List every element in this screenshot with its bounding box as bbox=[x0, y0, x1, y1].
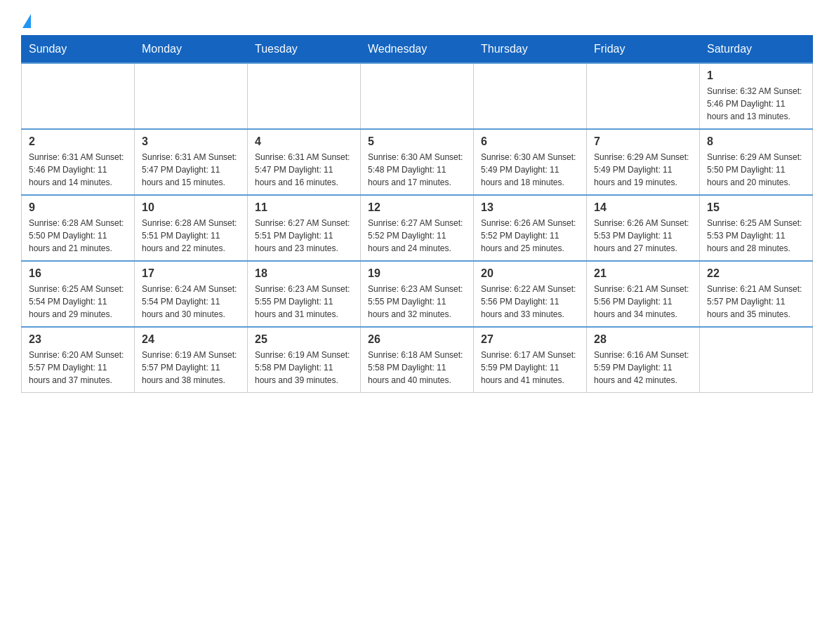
day-number: 12 bbox=[368, 201, 466, 214]
day-info: Sunrise: 6:25 AM Sunset: 5:53 PM Dayligh… bbox=[707, 217, 805, 255]
day-number: 8 bbox=[707, 135, 805, 148]
day-info: Sunrise: 6:31 AM Sunset: 5:47 PM Dayligh… bbox=[255, 151, 353, 189]
calendar-cell bbox=[700, 327, 813, 393]
day-number: 13 bbox=[481, 201, 579, 214]
day-info: Sunrise: 6:28 AM Sunset: 5:51 PM Dayligh… bbox=[142, 217, 240, 255]
weekday-header-thursday: Thursday bbox=[474, 36, 587, 64]
calendar-cell: 3Sunrise: 6:31 AM Sunset: 5:47 PM Daylig… bbox=[135, 129, 248, 195]
day-number: 18 bbox=[255, 267, 353, 280]
calendar-cell: 19Sunrise: 6:23 AM Sunset: 5:55 PM Dayli… bbox=[361, 261, 474, 327]
day-number: 21 bbox=[594, 267, 692, 280]
week-row-1: 1Sunrise: 6:32 AM Sunset: 5:46 PM Daylig… bbox=[22, 63, 813, 129]
day-number: 10 bbox=[142, 201, 240, 214]
day-info: Sunrise: 6:18 AM Sunset: 5:58 PM Dayligh… bbox=[368, 349, 466, 387]
calendar-cell: 4Sunrise: 6:31 AM Sunset: 5:47 PM Daylig… bbox=[248, 129, 361, 195]
week-row-4: 16Sunrise: 6:25 AM Sunset: 5:54 PM Dayli… bbox=[22, 261, 813, 327]
day-number: 6 bbox=[481, 135, 579, 148]
day-info: Sunrise: 6:23 AM Sunset: 5:55 PM Dayligh… bbox=[368, 283, 466, 321]
calendar-cell bbox=[587, 63, 700, 129]
day-info: Sunrise: 6:24 AM Sunset: 5:54 PM Dayligh… bbox=[142, 283, 240, 321]
day-info: Sunrise: 6:16 AM Sunset: 5:59 PM Dayligh… bbox=[594, 349, 692, 387]
logo-triangle-icon bbox=[22, 14, 31, 28]
day-number: 2 bbox=[29, 135, 127, 148]
calendar-cell: 10Sunrise: 6:28 AM Sunset: 5:51 PM Dayli… bbox=[135, 195, 248, 261]
weekday-header-wednesday: Wednesday bbox=[361, 36, 474, 64]
week-row-2: 2Sunrise: 6:31 AM Sunset: 5:46 PM Daylig… bbox=[22, 129, 813, 195]
calendar-cell: 13Sunrise: 6:26 AM Sunset: 5:52 PM Dayli… bbox=[474, 195, 587, 261]
day-info: Sunrise: 6:29 AM Sunset: 5:49 PM Dayligh… bbox=[594, 151, 692, 189]
day-number: 3 bbox=[142, 135, 240, 148]
day-info: Sunrise: 6:27 AM Sunset: 5:52 PM Dayligh… bbox=[368, 217, 466, 255]
day-info: Sunrise: 6:19 AM Sunset: 5:57 PM Dayligh… bbox=[142, 349, 240, 387]
calendar-cell bbox=[22, 63, 135, 129]
calendar-cell: 14Sunrise: 6:26 AM Sunset: 5:53 PM Dayli… bbox=[587, 195, 700, 261]
weekday-header-saturday: Saturday bbox=[700, 36, 813, 64]
calendar-cell: 8Sunrise: 6:29 AM Sunset: 5:50 PM Daylig… bbox=[700, 129, 813, 195]
calendar-cell: 2Sunrise: 6:31 AM Sunset: 5:46 PM Daylig… bbox=[22, 129, 135, 195]
day-info: Sunrise: 6:26 AM Sunset: 5:53 PM Dayligh… bbox=[594, 217, 692, 255]
day-info: Sunrise: 6:31 AM Sunset: 5:47 PM Dayligh… bbox=[142, 151, 240, 189]
calendar-cell: 16Sunrise: 6:25 AM Sunset: 5:54 PM Dayli… bbox=[22, 261, 135, 327]
calendar-cell: 18Sunrise: 6:23 AM Sunset: 5:55 PM Dayli… bbox=[248, 261, 361, 327]
day-info: Sunrise: 6:29 AM Sunset: 5:50 PM Dayligh… bbox=[707, 151, 805, 189]
day-info: Sunrise: 6:26 AM Sunset: 5:52 PM Dayligh… bbox=[481, 217, 579, 255]
day-info: Sunrise: 6:31 AM Sunset: 5:46 PM Dayligh… bbox=[29, 151, 127, 189]
day-number: 17 bbox=[142, 267, 240, 280]
day-info: Sunrise: 6:20 AM Sunset: 5:57 PM Dayligh… bbox=[29, 349, 127, 387]
day-number: 9 bbox=[29, 201, 127, 214]
day-number: 25 bbox=[255, 333, 353, 346]
calendar-cell: 7Sunrise: 6:29 AM Sunset: 5:49 PM Daylig… bbox=[587, 129, 700, 195]
calendar-cell: 9Sunrise: 6:28 AM Sunset: 5:50 PM Daylig… bbox=[22, 195, 135, 261]
day-info: Sunrise: 6:21 AM Sunset: 5:57 PM Dayligh… bbox=[707, 283, 805, 321]
day-number: 24 bbox=[142, 333, 240, 346]
calendar-cell: 12Sunrise: 6:27 AM Sunset: 5:52 PM Dayli… bbox=[361, 195, 474, 261]
day-number: 23 bbox=[29, 333, 127, 346]
day-info: Sunrise: 6:27 AM Sunset: 5:51 PM Dayligh… bbox=[255, 217, 353, 255]
day-number: 28 bbox=[594, 333, 692, 346]
calendar-cell bbox=[361, 63, 474, 129]
day-info: Sunrise: 6:30 AM Sunset: 5:48 PM Dayligh… bbox=[368, 151, 466, 189]
day-number: 26 bbox=[368, 333, 466, 346]
calendar-cell: 21Sunrise: 6:21 AM Sunset: 5:56 PM Dayli… bbox=[587, 261, 700, 327]
calendar-cell: 5Sunrise: 6:30 AM Sunset: 5:48 PM Daylig… bbox=[361, 129, 474, 195]
page-header bbox=[21, 14, 813, 28]
weekday-header-friday: Friday bbox=[587, 36, 700, 64]
day-number: 27 bbox=[481, 333, 579, 346]
weekday-header-monday: Monday bbox=[135, 36, 248, 64]
calendar-cell bbox=[474, 63, 587, 129]
calendar-cell: 20Sunrise: 6:22 AM Sunset: 5:56 PM Dayli… bbox=[474, 261, 587, 327]
calendar-cell: 1Sunrise: 6:32 AM Sunset: 5:46 PM Daylig… bbox=[700, 63, 813, 129]
calendar-cell: 25Sunrise: 6:19 AM Sunset: 5:58 PM Dayli… bbox=[248, 327, 361, 393]
day-number: 22 bbox=[707, 267, 805, 280]
day-info: Sunrise: 6:30 AM Sunset: 5:49 PM Dayligh… bbox=[481, 151, 579, 189]
day-number: 19 bbox=[368, 267, 466, 280]
calendar-cell: 22Sunrise: 6:21 AM Sunset: 5:57 PM Dayli… bbox=[700, 261, 813, 327]
day-info: Sunrise: 6:17 AM Sunset: 5:59 PM Dayligh… bbox=[481, 349, 579, 387]
day-number: 14 bbox=[594, 201, 692, 214]
day-info: Sunrise: 6:25 AM Sunset: 5:54 PM Dayligh… bbox=[29, 283, 127, 321]
calendar-cell: 28Sunrise: 6:16 AM Sunset: 5:59 PM Dayli… bbox=[587, 327, 700, 393]
calendar-header-row: SundayMondayTuesdayWednesdayThursdayFrid… bbox=[22, 36, 813, 64]
day-info: Sunrise: 6:23 AM Sunset: 5:55 PM Dayligh… bbox=[255, 283, 353, 321]
weekday-header-sunday: Sunday bbox=[22, 36, 135, 64]
calendar-cell: 17Sunrise: 6:24 AM Sunset: 5:54 PM Dayli… bbox=[135, 261, 248, 327]
weekday-header-tuesday: Tuesday bbox=[248, 36, 361, 64]
day-number: 4 bbox=[255, 135, 353, 148]
day-number: 20 bbox=[481, 267, 579, 280]
day-number: 16 bbox=[29, 267, 127, 280]
day-info: Sunrise: 6:19 AM Sunset: 5:58 PM Dayligh… bbox=[255, 349, 353, 387]
day-number: 7 bbox=[594, 135, 692, 148]
calendar-cell: 27Sunrise: 6:17 AM Sunset: 5:59 PM Dayli… bbox=[474, 327, 587, 393]
calendar-cell bbox=[248, 63, 361, 129]
day-info: Sunrise: 6:21 AM Sunset: 5:56 PM Dayligh… bbox=[594, 283, 692, 321]
calendar-cell bbox=[135, 63, 248, 129]
week-row-3: 9Sunrise: 6:28 AM Sunset: 5:50 PM Daylig… bbox=[22, 195, 813, 261]
logo bbox=[21, 14, 32, 28]
calendar-cell: 11Sunrise: 6:27 AM Sunset: 5:51 PM Dayli… bbox=[248, 195, 361, 261]
day-number: 5 bbox=[368, 135, 466, 148]
calendar-cell: 23Sunrise: 6:20 AM Sunset: 5:57 PM Dayli… bbox=[22, 327, 135, 393]
day-number: 11 bbox=[255, 201, 353, 214]
day-info: Sunrise: 6:22 AM Sunset: 5:56 PM Dayligh… bbox=[481, 283, 579, 321]
calendar-cell: 26Sunrise: 6:18 AM Sunset: 5:58 PM Dayli… bbox=[361, 327, 474, 393]
calendar-cell: 6Sunrise: 6:30 AM Sunset: 5:49 PM Daylig… bbox=[474, 129, 587, 195]
